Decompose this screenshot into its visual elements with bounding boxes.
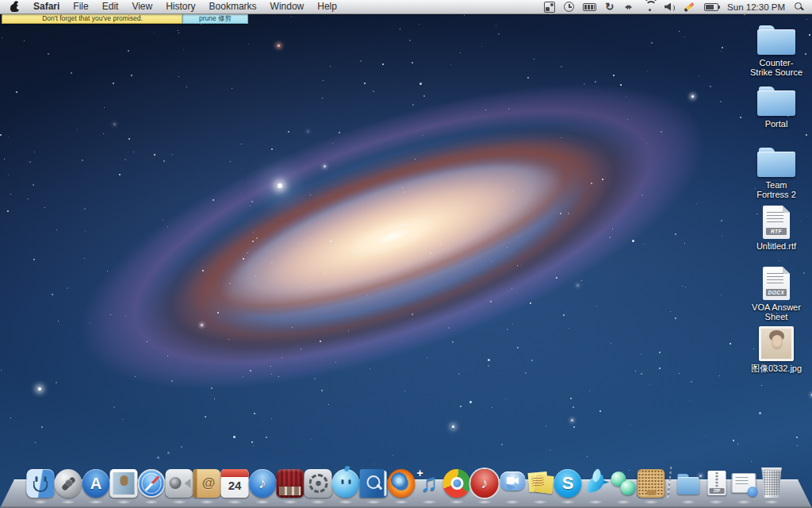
- desktop-icon-folder-2[interactable]: Team Fortress 2: [741, 143, 812, 204]
- desktop-icon-label: Counter- Strike Source: [750, 58, 802, 78]
- desktop-icon-label: 图像0332.jpg: [751, 364, 802, 373]
- menu-file[interactable]: File: [73, 0, 88, 13]
- dock-item-speaker-box[interactable]: [638, 469, 665, 498]
- document-icon: DOCX: [763, 267, 790, 300]
- icon-glyph: ♪: [249, 469, 277, 498]
- menu-bookmarks[interactable]: Bookmarks: [209, 0, 257, 13]
- dock-item-app-store[interactable]: A: [82, 469, 110, 498]
- dock-item-address-book[interactable]: @: [193, 469, 221, 498]
- icon-glyph: ♫: [416, 469, 443, 498]
- input-menu-icon[interactable]: [544, 2, 555, 13]
- sync-icon[interactable]: ↻: [605, 2, 614, 13]
- sticky-note-yellow[interactable]: Don't forget that you've promised.: [2, 14, 183, 24]
- wifi-icon[interactable]: [643, 2, 656, 11]
- dock-item-trash[interactable]: [758, 468, 786, 498]
- icon-text: ZIP: [710, 488, 725, 494]
- chrome-icon: [443, 469, 471, 498]
- bright-star: [691, 95, 694, 98]
- dock-item-skype[interactable]: S: [554, 469, 582, 498]
- spotlight-icon[interactable]: [794, 2, 804, 12]
- desktop-icon-column: Counter- Strike SourcePortalTeam Fortres…: [741, 21, 812, 387]
- icon-glyph: ♪: [471, 469, 499, 498]
- menu-bar-clock[interactable]: Sun 12:30 PM: [727, 2, 785, 12]
- dock-item-chrome[interactable]: [443, 469, 471, 498]
- andromeda-galaxy: [16, 0, 768, 485]
- menu-bar: Safari File Edit View History Bookmarks …: [0, 0, 812, 14]
- qq-icon: [332, 469, 360, 498]
- dock-item-photo-booth[interactable]: [277, 469, 304, 498]
- firefox-icon: [388, 469, 416, 498]
- bright-star: [452, 425, 454, 428]
- battery-icon[interactable]: [704, 3, 718, 11]
- dock-item-firefox[interactable]: [388, 469, 416, 498]
- menu-window[interactable]: Window: [270, 0, 304, 13]
- zip-file-icon: ZIP: [703, 469, 730, 498]
- spaces-icon[interactable]: [622, 3, 634, 11]
- desktop-icon-image-5[interactable]: 图像0332.jpg: [741, 326, 812, 387]
- keyboard-battery-icon[interactable]: [583, 3, 596, 11]
- desktop-icon-label: Untitled.rtf: [756, 241, 796, 251]
- dock-item-safari[interactable]: [138, 469, 166, 498]
- dock-item-launchpad[interactable]: [55, 469, 82, 498]
- documents-folder-icon: [675, 469, 703, 498]
- folder-icon: [757, 148, 795, 178]
- icon-text: 24: [221, 479, 249, 491]
- skype-icon: S: [554, 469, 582, 498]
- desktop-icon-document-3[interactable]: RTFUntitled.rtf: [741, 204, 812, 265]
- app-store-icon: A: [82, 469, 110, 498]
- dock-item-bird[interactable]: [582, 469, 610, 498]
- dock-item-music-notes[interactable]: ♫: [416, 469, 443, 498]
- music-notes-icon: ♫: [416, 469, 443, 498]
- dock-item-facetime[interactable]: [166, 469, 193, 498]
- dock-separator: [667, 464, 672, 498]
- document-icon: RTF: [763, 206, 790, 239]
- icon-glyph: @: [193, 469, 221, 498]
- red-music-icon: ♪: [471, 469, 499, 498]
- facetime-icon: [166, 469, 193, 498]
- finder-icon: [27, 469, 55, 498]
- dictionary-icon: [360, 469, 388, 498]
- desktop-icon-folder-0[interactable]: Counter- Strike Source: [741, 21, 812, 82]
- time-machine-icon[interactable]: [564, 2, 574, 12]
- bird-icon: [582, 469, 610, 498]
- bright-star: [278, 44, 280, 47]
- menu-edit[interactable]: Edit: [102, 0, 119, 13]
- apple-menu-icon[interactable]: [10, 1, 20, 13]
- desktop-icon-folder-1[interactable]: Portal: [741, 82, 812, 143]
- desktop-icon-label: Team Fortress 2: [756, 180, 796, 200]
- icon-glyph: S: [554, 469, 582, 498]
- app-menu-title[interactable]: Safari: [33, 0, 59, 13]
- icon-glyph: A: [82, 469, 110, 498]
- speaker-box-icon: [638, 469, 665, 498]
- dock-item-downloads-window[interactable]: [730, 469, 758, 498]
- dock-item-finder[interactable]: [27, 469, 55, 498]
- dock-item-stickies[interactable]: [527, 469, 554, 498]
- dock-item-system-preferences[interactable]: [304, 469, 332, 498]
- dock-item-documents-folder[interactable]: [675, 469, 703, 498]
- photo-booth-icon: [277, 469, 304, 498]
- dock-item-red-music[interactable]: ♪: [471, 469, 499, 498]
- pencil-input-icon[interactable]: [684, 2, 695, 13]
- menu-view[interactable]: View: [132, 0, 152, 13]
- dock-item-ichat[interactable]: [499, 469, 527, 498]
- dock-item-ical[interactable]: 24: [221, 469, 249, 498]
- launchpad-icon: [55, 469, 82, 498]
- volume-icon[interactable]: [665, 3, 675, 11]
- dock-item-qq[interactable]: [332, 469, 360, 498]
- ichat-icon: [499, 469, 527, 498]
- menu-help[interactable]: Help: [317, 0, 337, 13]
- folder-icon: [757, 25, 795, 56]
- mail-icon: [110, 469, 138, 498]
- system-preferences-icon: [304, 469, 332, 498]
- menu-history[interactable]: History: [166, 0, 195, 13]
- dock-item-dictionary[interactable]: [360, 469, 388, 498]
- dock-item-green-orbs[interactable]: [610, 469, 638, 498]
- dock-item-itunes[interactable]: ♪: [249, 469, 277, 498]
- desktop-icon-label: Portal: [765, 119, 788, 129]
- safari-icon: [138, 469, 166, 498]
- trash-icon: [760, 468, 783, 498]
- sticky-note-cyan[interactable]: prune 修剪: [182, 14, 248, 24]
- dock-item-zip-file[interactable]: ZIP: [703, 469, 730, 498]
- dock-item-mail[interactable]: [110, 469, 138, 498]
- desktop-icon-document-4[interactable]: DOCXVOA Answer Sheet: [741, 265, 812, 326]
